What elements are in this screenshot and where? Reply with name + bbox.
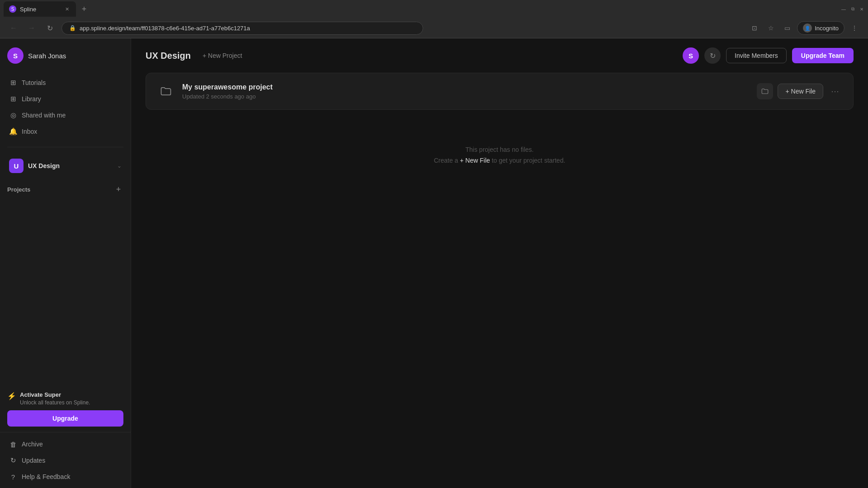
sidebar: S Sarah Jonas ⊞ Tutorials ⊞ Library ◎ Sh… xyxy=(0,38,131,488)
sidebar-item-help[interactable]: ? Help & Feedback xyxy=(4,469,127,485)
projects-section: Projects + xyxy=(0,181,131,200)
empty-state: This project has no files. Create a + Ne… xyxy=(146,110,854,200)
user-avatar: S xyxy=(7,47,24,64)
updates-label: Updates xyxy=(22,457,45,464)
archive-icon: 🗑 xyxy=(9,440,17,448)
activate-text: Activate Super Unlock all features on Sp… xyxy=(20,391,90,406)
active-tab[interactable]: S Spline ✕ xyxy=(4,1,76,17)
archive-label: Archive xyxy=(22,441,43,448)
empty-line1: This project has no files. xyxy=(466,146,534,153)
new-file-button[interactable]: + New File xyxy=(778,84,823,99)
project-folder-icon xyxy=(157,82,175,100)
project-updated: Updated 2 seconds ago ago xyxy=(182,93,750,100)
upgrade-button[interactable]: Upgrade xyxy=(7,410,123,427)
activate-super: ⚡ Activate Super Unlock all features on … xyxy=(7,391,123,406)
sidebar-divider xyxy=(7,147,123,147)
minimize-button[interactable]: — xyxy=(841,6,846,12)
tab-close-button[interactable]: ✕ xyxy=(63,5,71,13)
sidebar-item-tutorials[interactable]: ⊞ Tutorials xyxy=(4,75,127,91)
lightning-icon: ⚡ xyxy=(7,392,16,400)
app-container: S Sarah Jonas ⊞ Tutorials ⊞ Library ◎ Sh… xyxy=(0,38,868,488)
profile-icon: 👤 xyxy=(803,23,812,33)
projects-label: Projects xyxy=(7,186,30,193)
sidebar-item-updates[interactable]: ↻ Updates xyxy=(4,452,127,469)
updates-icon: ↻ xyxy=(9,456,17,465)
team-chevron-icon: ⌄ xyxy=(117,163,122,169)
header-user-avatar[interactable]: S xyxy=(683,47,699,64)
team-avatar: U xyxy=(9,159,24,173)
help-icon: ? xyxy=(9,473,17,481)
user-name: Sarah Jonas xyxy=(28,52,66,60)
sidebar-bottom: 🗑 Archive ↻ Updates ? Help & Feedback xyxy=(0,432,131,488)
new-project-button[interactable]: + New Project xyxy=(198,49,247,62)
activate-super-title: Activate Super xyxy=(20,391,90,398)
project-name: My superawesome project xyxy=(182,83,750,91)
tab-bar: S Spline ✕ + — ⧉ ✕ xyxy=(0,0,868,18)
main-header: UX Design + New Project S ↻ Invite Membe… xyxy=(131,38,868,73)
add-project-button[interactable]: + xyxy=(113,184,123,194)
forward-button[interactable]: → xyxy=(25,22,38,34)
team-section: U UX Design ⌄ xyxy=(0,151,131,181)
browser-more-button[interactable]: ⋮ xyxy=(848,22,861,34)
tab-favicon: S xyxy=(9,5,16,13)
url-bar[interactable]: 🔒 app.spline.design/team/ff013878-c6e6-4… xyxy=(61,22,423,35)
back-button[interactable]: ← xyxy=(7,22,20,34)
team-header[interactable]: U UX Design ⌄ xyxy=(4,155,127,177)
main-body: My superawesome project Updated 2 second… xyxy=(131,73,868,488)
maximize-button[interactable]: ⧉ xyxy=(850,6,855,12)
workspace-title: UX Design xyxy=(146,51,191,61)
address-actions: ⊡ ☆ ▭ 👤 Incognito ⋮ xyxy=(748,21,861,35)
main-content: UX Design + New Project S ↻ Invite Membe… xyxy=(131,38,868,488)
library-icon: ⊞ xyxy=(9,95,17,103)
project-card: My superawesome project Updated 2 second… xyxy=(146,73,854,110)
project-actions: + New File ⋯ xyxy=(757,83,842,99)
screen-cast-icon[interactable]: ⊡ xyxy=(748,22,761,34)
lock-icon: 🔒 xyxy=(69,25,76,31)
sidebar-header: S Sarah Jonas xyxy=(0,38,131,71)
sidebar-item-library[interactable]: ⊞ Library xyxy=(4,91,127,107)
upgrade-team-button[interactable]: Upgrade Team xyxy=(792,48,854,63)
project-info: My superawesome project Updated 2 second… xyxy=(182,83,750,100)
tab-title: Spline xyxy=(20,6,60,13)
tutorials-icon: ⊞ xyxy=(9,79,17,87)
tutorials-label: Tutorials xyxy=(22,79,46,86)
refresh-team-button[interactable]: ↻ xyxy=(704,47,721,64)
url-text: app.spline.design/team/ff013878-c6e6-415… xyxy=(80,25,250,32)
shared-icon: ◎ xyxy=(9,111,17,119)
sidebar-item-inbox[interactable]: 🔔 Inbox xyxy=(4,123,127,140)
sidebar-nav: ⊞ Tutorials ⊞ Library ◎ Shared with me 🔔… xyxy=(0,71,131,143)
header-actions: S ↻ Invite Members Upgrade Team xyxy=(683,47,854,64)
close-button[interactable]: ✕ xyxy=(859,6,864,12)
sidebar-item-shared[interactable]: ◎ Shared with me xyxy=(4,107,127,123)
library-label: Library xyxy=(22,95,41,103)
profile-label: Incognito xyxy=(815,25,839,32)
sidebar-spacer xyxy=(0,200,131,386)
empty-suffix: to get your project started. xyxy=(490,157,566,164)
project-folder-action-button[interactable] xyxy=(757,83,773,99)
inbox-label: Inbox xyxy=(22,128,37,135)
new-tab-button[interactable]: + xyxy=(78,3,90,15)
browser-chrome: S Spline ✕ + — ⧉ ✕ ← → ↻ 🔒 app.spline.de… xyxy=(0,0,868,38)
project-more-button[interactable]: ⋯ xyxy=(828,84,842,99)
profile-button[interactable]: 👤 Incognito xyxy=(797,21,844,35)
new-project-label: + New Project xyxy=(203,52,242,59)
empty-new-file-link[interactable]: + New File xyxy=(460,157,490,164)
window-controls: — ⧉ ✕ xyxy=(841,6,864,12)
sidebar-item-archive[interactable]: 🗑 Archive xyxy=(4,436,127,452)
inbox-icon: 🔔 xyxy=(9,127,17,136)
new-file-label: + New File xyxy=(785,88,816,95)
shared-label: Shared with me xyxy=(22,112,66,119)
empty-prefix: Create a xyxy=(434,157,460,164)
invite-members-button[interactable]: Invite Members xyxy=(726,48,787,63)
team-name: UX Design xyxy=(28,162,113,169)
empty-line2: Create a + New File to get your project … xyxy=(434,157,566,164)
projects-header: Projects + xyxy=(7,184,123,194)
address-bar: ← → ↻ 🔒 app.spline.design/team/ff013878-… xyxy=(0,18,868,38)
extension-icon[interactable]: ▭ xyxy=(781,22,793,34)
bookmark-icon[interactable]: ☆ xyxy=(764,22,777,34)
upgrade-section: ⚡ Activate Super Unlock all features on … xyxy=(0,386,131,432)
help-label: Help & Feedback xyxy=(22,473,70,480)
activate-super-desc: Unlock all features on Spline. xyxy=(20,399,90,406)
refresh-button[interactable]: ↻ xyxy=(43,22,56,34)
